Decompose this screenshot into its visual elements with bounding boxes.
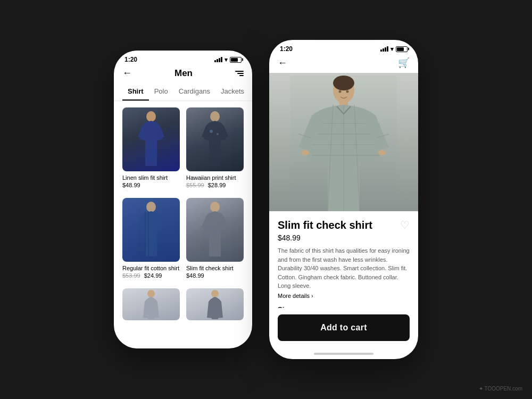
product-info-1: Linen slim fit shirt $48.99 bbox=[122, 171, 180, 192]
svg-point-12 bbox=[333, 76, 354, 90]
signal-icon-right bbox=[380, 46, 388, 52]
category-tabs: Shirt Polo Cardigans Jackets Sweats bbox=[114, 83, 252, 101]
cart-icon[interactable]: 🛒 bbox=[398, 57, 410, 69]
price-value-2: $28.99 bbox=[208, 182, 226, 188]
product-description: The fabric of this shirt has qualities f… bbox=[278, 246, 410, 290]
product-card-2[interactable]: Hawaiian print shirt $55.99 $28.99 bbox=[186, 107, 244, 192]
watermark: ✦ TOOOPEN.com bbox=[479, 386, 522, 392]
product-grid: Linen slim fit shirt $48.99 bbox=[114, 101, 252, 327]
product-image-2 bbox=[186, 107, 244, 171]
product-detail: Slim fit check shirt ♡ $48.99 The fabric… bbox=[269, 211, 418, 308]
svg-point-7 bbox=[210, 202, 220, 212]
product-image-1 bbox=[122, 107, 180, 171]
signal-icon bbox=[214, 57, 222, 62]
left-phone: 1:20 ▾ ← Men bbox=[114, 51, 252, 348]
tab-cardigans[interactable]: Cardigans bbox=[173, 83, 215, 101]
status-icons-right: ▾ bbox=[380, 46, 408, 53]
product-name-2: Hawaiian print shirt bbox=[186, 174, 244, 181]
product-card-4[interactable]: Slim fit check shirt $48.99 bbox=[186, 198, 244, 282]
wishlist-button[interactable]: ♡ bbox=[400, 219, 410, 231]
tab-shirt[interactable]: Shirt bbox=[122, 83, 149, 101]
svg-point-23 bbox=[339, 90, 342, 93]
product-price-1: $48.99 bbox=[122, 182, 180, 188]
svg-point-25 bbox=[302, 150, 309, 155]
svg-point-3 bbox=[217, 133, 219, 135]
watermark-text: ✦ TOOOPEN.com bbox=[479, 386, 522, 392]
svg-point-1 bbox=[210, 111, 220, 122]
detail-header: Slim fit check shirt ♡ bbox=[278, 219, 410, 231]
product-image-5 bbox=[122, 288, 180, 320]
product-price-4: $48.99 bbox=[186, 272, 244, 279]
product-name-4: Slim fit check shirt bbox=[186, 265, 244, 271]
product-name-1: Linen slim fit shirt bbox=[122, 174, 180, 181]
product-price-2: $55.99 $28.99 bbox=[186, 182, 244, 188]
size-section: Size: S M L XL See size table › bbox=[278, 305, 410, 309]
status-bar-left: 1:20 ▾ bbox=[114, 51, 252, 65]
product-name-3: Regular fit cotton shirt bbox=[122, 265, 180, 271]
product-card-6[interactable] bbox=[186, 288, 244, 320]
more-details-link[interactable]: More details › bbox=[278, 293, 410, 299]
product-price-detail: $48.99 bbox=[278, 234, 410, 242]
wifi-icon: ▾ bbox=[225, 56, 228, 63]
wifi-icon-right: ▾ bbox=[390, 46, 394, 53]
left-nav: ← Men bbox=[114, 65, 252, 83]
price-value-3: $24.99 bbox=[144, 272, 162, 279]
svg-point-26 bbox=[378, 150, 386, 155]
product-image-3 bbox=[122, 198, 180, 262]
status-icons-left: ▾ bbox=[214, 56, 242, 63]
filter-icon[interactable] bbox=[235, 71, 244, 76]
product-card-5[interactable] bbox=[122, 288, 180, 320]
time-left: 1:20 bbox=[124, 56, 137, 63]
product-card-1[interactable]: Linen slim fit shirt $48.99 bbox=[122, 107, 180, 192]
svg-point-0 bbox=[146, 111, 156, 122]
svg-point-4 bbox=[146, 202, 156, 212]
tab-jackets[interactable]: Jackets bbox=[215, 83, 250, 101]
back-button-left[interactable]: ← bbox=[122, 68, 132, 79]
product-info-2: Hawaiian print shirt $55.99 $28.99 bbox=[186, 171, 244, 192]
battery-icon bbox=[230, 57, 242, 63]
svg-point-2 bbox=[210, 130, 213, 133]
time-right: 1:20 bbox=[280, 45, 293, 53]
add-to-cart-button[interactable]: Add to cart bbox=[278, 314, 410, 341]
right-nav: ← 🛒 bbox=[269, 55, 418, 73]
right-phone: 1:20 ▾ ← 🛒 bbox=[269, 40, 418, 359]
svg-point-9 bbox=[211, 290, 219, 297]
page-title-left: Men bbox=[174, 68, 193, 79]
product-title: Slim fit check shirt bbox=[278, 219, 372, 231]
size-label: Size: bbox=[278, 305, 410, 309]
product-info-3: Regular fit cotton shirt $53.99 $24.99 bbox=[122, 262, 180, 282]
price-value-1: $48.99 bbox=[122, 182, 140, 188]
price-value-4: $48.99 bbox=[186, 272, 204, 279]
battery-icon-right bbox=[396, 46, 408, 52]
svg-point-8 bbox=[147, 290, 155, 297]
product-image-4 bbox=[186, 198, 244, 262]
back-button-right[interactable]: ← bbox=[278, 57, 287, 69]
price-original-2: $55.99 bbox=[186, 182, 204, 188]
tab-sweats[interactable]: Sweats bbox=[250, 83, 252, 101]
home-indicator bbox=[314, 353, 373, 355]
price-original-3: $53.99 bbox=[122, 272, 140, 279]
product-image-6 bbox=[186, 288, 244, 320]
status-bar-right: 1:20 ▾ bbox=[269, 40, 418, 55]
svg-point-24 bbox=[346, 90, 349, 93]
product-card-3[interactable]: Regular fit cotton shirt $53.99 $24.99 bbox=[122, 198, 180, 282]
tab-polo[interactable]: Polo bbox=[149, 83, 173, 101]
product-info-4: Slim fit check shirt $48.99 bbox=[186, 262, 244, 282]
product-hero-image bbox=[269, 73, 418, 211]
product-price-3: $53.99 $24.99 bbox=[122, 272, 180, 279]
